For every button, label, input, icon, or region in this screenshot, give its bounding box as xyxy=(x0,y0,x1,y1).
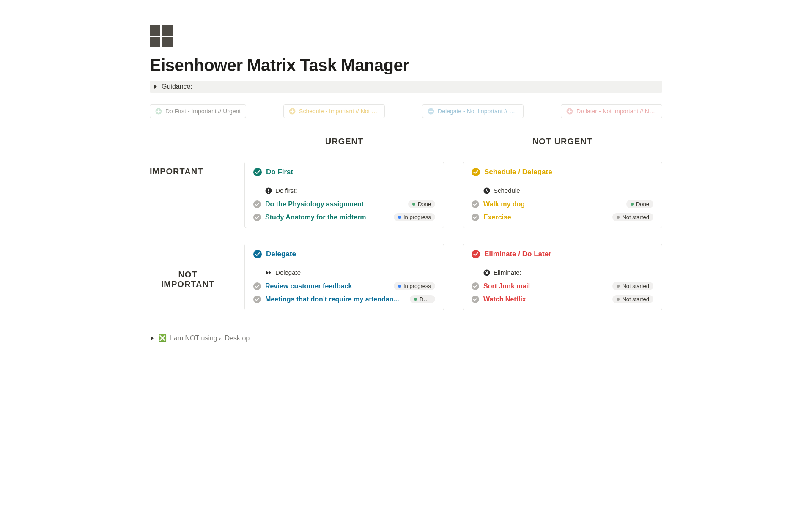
guidance-toggle[interactable]: Guidance: xyxy=(150,81,662,93)
task-row[interactable]: Meetings that don't require my attendan.… xyxy=(253,293,435,306)
x-circle-icon xyxy=(483,269,490,276)
check-circle-icon xyxy=(253,296,261,303)
action-do-later[interactable]: Do later - Not Important // Not... xyxy=(561,104,662,118)
quadrant-title: Eliminate / Do Later xyxy=(484,250,551,258)
alert-circle-icon xyxy=(265,187,272,194)
task-title: Sort Junk mail xyxy=(483,282,608,290)
check-circle-icon xyxy=(253,250,262,258)
status-badge: In progress xyxy=(394,282,435,290)
task-row[interactable]: Review customer feedback In progress xyxy=(253,280,435,293)
task-title: Review customer feedback xyxy=(265,282,390,290)
svg-point-7 xyxy=(268,192,269,192)
task-title: Meetings that don't require my attendan.… xyxy=(265,296,406,303)
svg-point-4 xyxy=(253,168,262,176)
svg-point-14 xyxy=(253,250,262,258)
svg-point-17 xyxy=(472,250,480,258)
clock-icon xyxy=(483,187,490,194)
quadrant-sublabel: Delegate xyxy=(275,269,301,276)
status-badge: In progress xyxy=(394,213,435,221)
status-badge: Not started xyxy=(612,295,653,303)
check-circle-icon xyxy=(472,250,480,258)
svg-point-10 xyxy=(472,168,480,176)
check-circle-icon xyxy=(472,282,479,290)
action-label: Schedule - Important // Not Ur... xyxy=(299,108,379,115)
divider xyxy=(150,355,662,355)
caret-right-icon xyxy=(150,336,155,341)
quadrant-sublabel: Eliminate: xyxy=(494,269,521,276)
row-header-not-important: NOT IMPORTANT xyxy=(150,244,226,289)
action-label: Do later - Not Important // Not... xyxy=(576,108,657,115)
task-title: Do the Physiology assignment xyxy=(265,200,404,208)
action-label: Do First - Important // Urgent xyxy=(165,108,241,115)
quadrant-title: Do First xyxy=(266,168,293,176)
eisenhower-matrix: URGENT NOT URGENT IMPORTANT Do First Do … xyxy=(150,137,662,310)
status-badge: Done xyxy=(408,200,435,208)
check-circle-icon xyxy=(253,200,261,208)
check-circle-icon xyxy=(472,296,479,303)
quadrant-do-first: Do First Do first: Do the Physiology ass… xyxy=(244,162,444,228)
plus-circle-icon xyxy=(289,108,296,115)
svg-rect-6 xyxy=(268,189,269,191)
task-row[interactable]: Do the Physiology assignment Done xyxy=(253,197,435,211)
check-circle-icon xyxy=(253,214,261,221)
task-title: Study Anatomy for the midterm xyxy=(265,214,390,221)
action-label: Delegate - Not Important // Ur... xyxy=(438,108,518,115)
caret-right-icon xyxy=(153,84,158,89)
quadrant-sublabel: Schedule xyxy=(494,187,520,194)
task-row[interactable]: Study Anatomy for the midterm In progres… xyxy=(253,211,435,224)
check-circle-icon xyxy=(253,168,262,176)
status-badge: Done xyxy=(626,200,653,208)
quadrant-sublabel: Do first: xyxy=(275,187,297,194)
quadrant-eliminate: Eliminate / Do Later Eliminate: Sort Jun… xyxy=(463,244,662,310)
check-circle-icon xyxy=(472,214,479,221)
plus-circle-icon xyxy=(155,108,162,115)
forward-icon xyxy=(265,269,272,276)
quadrant-title: Schedule / Delegate xyxy=(484,168,552,176)
quadrant-subhead: Eliminate: xyxy=(472,266,653,280)
quadrant-subhead: Do first: xyxy=(253,184,435,197)
check-circle-icon xyxy=(472,200,479,208)
not-desktop-label: I am NOT using a Desktop xyxy=(170,334,250,342)
page-logo-icon xyxy=(150,25,173,47)
plus-circle-icon xyxy=(566,108,573,115)
row-header-important: IMPORTANT xyxy=(150,162,226,176)
task-title: Walk my dog xyxy=(483,200,622,208)
x-square-emoji-icon: ❎ xyxy=(158,334,167,342)
column-header-urgent: URGENT xyxy=(244,137,444,146)
quadrant-subhead: Delegate xyxy=(253,266,435,280)
quadrant-title: Delegate xyxy=(266,250,296,258)
quadrant-delegate: Delegate Delegate Review customer feedba… xyxy=(244,244,444,310)
status-badge: Do... xyxy=(410,295,435,303)
plus-circle-icon xyxy=(428,108,434,115)
check-circle-icon xyxy=(253,282,261,290)
task-row[interactable]: Walk my dog Done xyxy=(472,197,653,211)
task-title: Exercise xyxy=(483,214,608,221)
task-row[interactable]: Sort Junk mail Not started xyxy=(472,280,653,293)
guidance-label: Guidance: xyxy=(162,83,192,90)
status-badge: Not started xyxy=(612,213,653,221)
quadrant-schedule: Schedule / Delegate Schedule Walk my dog… xyxy=(463,162,662,228)
task-row[interactable]: Exercise Not started xyxy=(472,211,653,224)
not-desktop-toggle[interactable]: ❎ I am NOT using a Desktop xyxy=(150,334,662,342)
page-title: Eisenhower Matrix Task Manager xyxy=(150,56,662,75)
quick-action-bar: Do First - Important // Urgent Schedule … xyxy=(150,104,662,118)
action-schedule[interactable]: Schedule - Important // Not Ur... xyxy=(283,104,385,118)
check-circle-icon xyxy=(472,168,480,176)
action-delegate[interactable]: Delegate - Not Important // Ur... xyxy=(422,104,524,118)
action-do-first[interactable]: Do First - Important // Urgent xyxy=(150,104,246,118)
status-badge: Not started xyxy=(612,282,653,290)
column-header-not-urgent: NOT URGENT xyxy=(463,137,662,146)
task-row[interactable]: Watch Netflix Not started xyxy=(472,293,653,306)
quadrant-subhead: Schedule xyxy=(472,184,653,197)
task-title: Watch Netflix xyxy=(483,296,608,303)
